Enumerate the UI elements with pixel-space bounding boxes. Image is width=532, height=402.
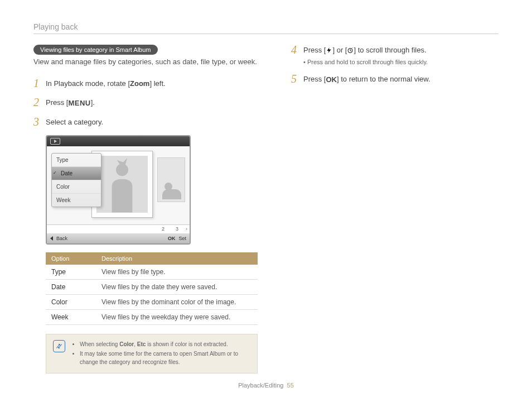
category-menu: Type Date Color Week — [51, 153, 101, 207]
step-2: 2 Press [MENU]. — [33, 97, 258, 108]
table-row: TypeView files by file type. — [46, 265, 258, 280]
step-text: In Playback mode, rotate [ — [46, 79, 130, 88]
menu-item-week: Week — [52, 194, 101, 207]
back-arrow-icon — [50, 236, 53, 241]
zoom-label: Zoom — [130, 79, 149, 88]
step-text: ] left. — [149, 79, 165, 88]
back-label: Back — [56, 236, 67, 241]
screen-top-bar — [47, 136, 190, 146]
timer-icon — [347, 47, 354, 54]
step-text: Press [ — [46, 98, 68, 107]
footer-section: Playback/Editing — [238, 382, 283, 389]
intro-text: View and manage files by categories, suc… — [33, 57, 258, 68]
set-label: Set — [178, 236, 186, 241]
step-3: 3 Select a category. — [33, 116, 258, 127]
step-text: ] to scroll through files. — [354, 46, 426, 54]
step-number: 2 — [33, 97, 46, 108]
ok-button-label: OK — [326, 75, 337, 85]
chevron-right-icon: › — [186, 226, 187, 232]
page-footer: Playback/Editing 55 — [0, 382, 532, 389]
table-header-option: Option — [46, 252, 96, 265]
section-header: Playing back — [33, 22, 499, 34]
right-column: 4 Press [] or [] to scroll through files… — [291, 44, 499, 374]
step-5: 5 Press [OK] to return to the normal vie… — [291, 73, 499, 85]
subsection-pill: Viewing files by category in Smart Album — [33, 45, 158, 55]
screen-bottom-bar: Back OK Set — [47, 233, 190, 243]
step-text: Press [ — [303, 46, 326, 54]
footer-page-number: 55 — [287, 382, 294, 389]
note-item: When selecting Color, Etc is shown if co… — [80, 340, 250, 348]
flash-icon — [326, 47, 332, 54]
left-column: Viewing files by category in Smart Album… — [33, 44, 258, 374]
page-num: 3 — [176, 226, 178, 232]
step-number: 3 — [33, 116, 46, 127]
step-1: 1 In Playback mode, rotate [Zoom] left. — [33, 78, 258, 89]
table-row: ColorView files by the dominant color of… — [46, 294, 258, 309]
note-icon — [53, 340, 65, 352]
menu-item-date-selected: Date — [52, 167, 101, 180]
step-4: 4 Press [] or [] to scroll through files… — [291, 44, 499, 55]
table-header-description: Description — [96, 252, 258, 265]
ok-label: OK — [168, 236, 176, 241]
step-text: Press [ — [303, 75, 326, 83]
page-number-row: 2 3 › — [47, 224, 190, 233]
table-row: WeekView files by the weekday they were … — [46, 309, 258, 324]
thumbnail-back — [157, 157, 185, 202]
step-number: 1 — [33, 78, 46, 89]
camera-screen-illustration: Type Date Color Week 2 3 › Back OK — [46, 135, 191, 245]
note-item: It may take some time for the camera to … — [80, 350, 250, 366]
menu-item-color: Color — [52, 180, 101, 194]
step-text: ] to return to the normal view. — [337, 75, 431, 83]
options-table: Option Description TypeView files by fil… — [46, 252, 258, 325]
step-text: ]. — [91, 98, 95, 107]
menu-item-type: Type — [52, 154, 101, 167]
step-number: 4 — [291, 44, 303, 55]
page-num: 2 — [162, 226, 165, 232]
step-text: Select a category. — [46, 118, 103, 126]
note-box: When selecting Color, Etc is shown if co… — [46, 334, 258, 374]
table-row: DateView files by the date they were sav… — [46, 279, 258, 294]
person-silhouette-icon — [96, 156, 148, 213]
step-sub-bullet: Press and hold to scroll through files q… — [303, 59, 499, 65]
people-silhouette-icon — [162, 183, 181, 199]
step-text: ] or [ — [332, 46, 347, 54]
step-number: 5 — [291, 73, 303, 84]
menu-button-label: MENU — [68, 98, 90, 108]
playback-icon — [50, 138, 60, 145]
